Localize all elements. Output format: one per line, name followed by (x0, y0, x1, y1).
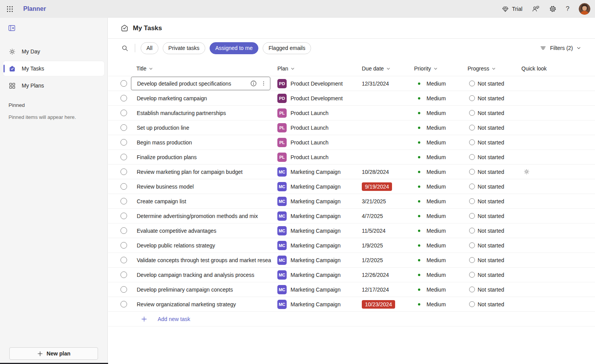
table-row[interactable]: Review business modelMCMarketing Campaig… (108, 179, 595, 194)
filters-button[interactable]: Filters (2) (540, 45, 581, 52)
priority-label: Medium (426, 301, 446, 307)
task-complete-checkbox[interactable] (120, 198, 127, 204)
progress-status-icon (469, 272, 475, 278)
task-progress-cell: Not started (468, 110, 521, 116)
task-complete-checkbox[interactable] (120, 124, 127, 131)
new-plan-button[interactable]: New plan (9, 347, 98, 360)
task-title-editor[interactable]: Develop detailed product specifications (131, 77, 270, 90)
task-progress-cell: Not started (468, 125, 521, 131)
column-header-progress[interactable]: Progress (468, 65, 521, 72)
task-quick-look-cell (521, 168, 595, 175)
task-plan-cell: PLProduct Launch (277, 123, 362, 132)
diamond-icon (502, 5, 509, 13)
table-row[interactable]: Develop public relations strategyMCMarke… (108, 238, 595, 253)
task-complete-checkbox[interactable] (120, 301, 127, 307)
task-priority-cell: Medium (414, 257, 468, 263)
column-header-title[interactable]: Title (131, 65, 277, 72)
due-date: 1/9/2025 (362, 242, 383, 249)
task-complete-checkbox[interactable] (120, 227, 127, 234)
table-row[interactable]: Develop campaign tracking and analysis p… (108, 268, 595, 282)
chevron-down-icon (291, 67, 295, 71)
column-header-plan[interactable]: Plan (277, 65, 362, 72)
column-header-quick-look: Quick look (521, 65, 595, 72)
task-complete-checkbox[interactable] (120, 95, 127, 101)
table-row[interactable]: Create campaign listMCMarketing Campaign… (108, 194, 595, 209)
progress-label: Not started (478, 95, 504, 101)
task-complete-checkbox[interactable] (120, 80, 127, 87)
plan-badge: MC (277, 300, 287, 309)
settings-gear-icon[interactable] (549, 5, 557, 13)
task-priority-cell: Medium (414, 272, 468, 278)
table-row[interactable]: Review organizational marketing strategy… (108, 297, 595, 312)
user-avatar[interactable] (579, 3, 590, 15)
column-header-due-date[interactable]: Due date (362, 65, 414, 72)
search-icon[interactable] (121, 45, 129, 52)
task-complete-checkbox[interactable] (120, 257, 127, 263)
priority-label: Medium (426, 184, 446, 190)
task-check-cell (108, 183, 131, 190)
filter-icon (540, 45, 547, 52)
filter-pill-private-tasks[interactable]: Private tasks (163, 42, 205, 54)
column-header-priority[interactable]: Priority (414, 65, 468, 72)
due-date: 11/5/2024 (362, 228, 385, 234)
task-title: Develop marketing campaign (131, 95, 277, 101)
sidebar-item-my-plans[interactable]: My Plans (3, 78, 104, 93)
table-row[interactable]: Evaluate competitive advantagesMCMarketi… (108, 223, 595, 238)
task-due-cell: 1/9/2025 (362, 242, 414, 249)
table-row[interactable]: Validate concepts through test groups an… (108, 253, 595, 268)
task-complete-checkbox[interactable] (120, 242, 127, 249)
task-progress-cell: Not started (468, 198, 521, 204)
feedback-people-icon[interactable] (532, 5, 540, 13)
pinned-section-header: Pinned (9, 102, 107, 108)
plan-badge: MC (277, 285, 287, 294)
task-complete-checkbox[interactable] (120, 110, 127, 116)
priority-dot (418, 82, 420, 85)
task-complete-checkbox[interactable] (120, 168, 127, 175)
priority-dot (418, 259, 420, 261)
task-complete-checkbox[interactable] (120, 154, 127, 160)
priority-label: Medium (426, 272, 446, 278)
table-row[interactable]: Develop marketing campaignPDProduct Deve… (108, 91, 595, 106)
plan-name: Marketing Campaign (291, 301, 340, 307)
priority-dot (418, 215, 420, 217)
add-new-task-button[interactable]: Add new task (108, 312, 595, 326)
sidebar-collapse-icon[interactable] (8, 24, 16, 33)
progress-label: Not started (478, 184, 504, 190)
table-row[interactable]: Begin mass productionPLProduct LaunchMed… (108, 135, 595, 150)
table-row[interactable]: Develop preliminary campaign conceptsMCM… (108, 282, 595, 297)
task-complete-checkbox[interactable] (120, 139, 127, 146)
table-row[interactable]: Review marketing plan for campaign budge… (108, 165, 595, 179)
table-row[interactable]: Determine advertising/promotion methods … (108, 209, 595, 223)
task-title: Create campaign list (131, 198, 277, 204)
trial-badge[interactable]: Trial (502, 5, 523, 13)
task-title: Begin mass production (131, 139, 277, 146)
progress-label: Not started (478, 213, 504, 219)
column-header-label: Progress (468, 65, 489, 72)
toolbar-divider (135, 44, 135, 52)
sidebar-item-my-day[interactable]: My Day (3, 44, 104, 59)
table-row[interactable]: Finalize production plansPLProduct Launc… (108, 150, 595, 165)
help-icon[interactable]: ? (566, 5, 569, 13)
filter-pill-assigned-to-me[interactable]: Assigned to me (210, 42, 259, 54)
task-complete-checkbox[interactable] (120, 286, 127, 293)
my-tasks-icon (120, 24, 129, 32)
top-app-bar: Planner Trial ? (0, 0, 595, 18)
filter-pill-all[interactable]: All (141, 42, 158, 54)
table-row[interactable]: Set up production linePLProduct LaunchMe… (108, 120, 595, 135)
info-icon[interactable] (248, 79, 258, 89)
column-header-label: Priority (414, 65, 431, 72)
task-complete-checkbox[interactable] (120, 213, 127, 219)
task-title: Determine advertising/promotion methods … (131, 213, 277, 219)
table-row[interactable]: Establish manufacturing partnershipsPLPr… (108, 106, 595, 120)
table-row[interactable]: Develop detailed product specificationsP… (108, 76, 595, 91)
sidebar-item-my-tasks[interactable]: My Tasks (3, 61, 104, 76)
priority-dot (418, 156, 420, 158)
task-complete-checkbox[interactable] (120, 271, 127, 278)
task-title: Validate concepts through test groups an… (131, 257, 277, 263)
task-complete-checkbox[interactable] (120, 183, 127, 190)
priority-label: Medium (426, 242, 446, 249)
filter-pill-flagged-emails[interactable]: Flagged emails (263, 42, 311, 54)
priority-label: Medium (426, 169, 446, 175)
app-launcher-icon[interactable] (0, 0, 19, 18)
more-options-icon[interactable] (258, 79, 268, 89)
